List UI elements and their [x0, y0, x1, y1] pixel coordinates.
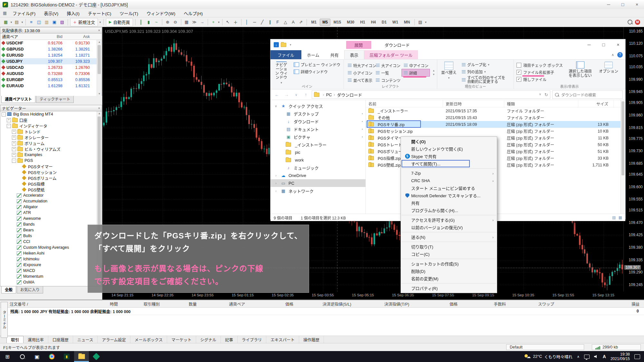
task-view-icon[interactable]: ▣: [30, 351, 44, 362]
context-menu-item[interactable]: CRC SHA›: [401, 177, 497, 184]
menu-ヘルプ(H)[interactable]: ヘルプ(H): [180, 10, 207, 16]
item-checkboxes-checkbox[interactable]: 項目チェック ボックス: [516, 62, 564, 68]
indicators-icon[interactable]: +: [210, 18, 217, 26]
explorer-close-button[interactable]: ×: [611, 40, 625, 50]
terminal-tab-ライブラリ[interactable]: ライブラリ: [238, 336, 267, 343]
layout-小アイコン[interactable]: 小アイコン: [346, 69, 374, 76]
network-icon[interactable]: [584, 355, 590, 359]
details-pane-button[interactable]: 詳細ウィンドウ: [292, 69, 342, 75]
terminal-tab-取引[interactable]: 取引: [6, 336, 24, 343]
taskbar-clock[interactable]: 19:38 2021/09/15: [611, 352, 630, 361]
crosshair-icon[interactable]: ＋: [232, 18, 239, 26]
dropdown-icon[interactable]: ▾: [21, 21, 24, 24]
context-menu-item[interactable]: アクセスを許可する(G)›: [401, 216, 497, 224]
sidebar-item-デスクトップ[interactable]: ▦デスクトップ•: [270, 110, 365, 117]
column-header-0[interactable]: 通貨ペア: [0, 33, 38, 40]
tree-expander-icon[interactable]: +: [12, 130, 16, 134]
search-icon[interactable]: [628, 20, 632, 24]
search-box[interactable]: ダウンロードの検索: [552, 90, 623, 99]
layout-並べて表示[interactable]: 並べて表示: [346, 77, 374, 84]
file-column-サイズ[interactable]: サイズ: [578, 100, 614, 107]
terminal-column-9[interactable]: 手数料: [462, 301, 510, 307]
market-watch-icon[interactable]: ≡: [28, 18, 35, 26]
tree-item[interactable]: MACD: [0, 268, 102, 274]
autosize-columns-button[interactable]: すべての列のサイズを自動的に変更する: [460, 76, 509, 84]
terminal-column-0[interactable]: 注文番号 /: [0, 301, 80, 307]
file-extensions-checkbox[interactable]: ✓ ファイル名拡張子: [516, 69, 564, 75]
tray-expand-icon[interactable]: ∧: [577, 355, 580, 359]
terminal-tab-ニュース[interactable]: ニュース: [73, 336, 98, 343]
column-header-1[interactable]: Bid: [38, 34, 65, 39]
explorer-minimize-button[interactable]: ─: [582, 40, 596, 50]
file-column-種類[interactable]: 種類: [504, 100, 578, 107]
tree-item[interactable]: +トレンド: [0, 129, 102, 135]
sidebar-item-クイック アクセス[interactable]: ∨★クイック アクセス: [270, 102, 365, 110]
context-menu-item[interactable]: プログラムから開く(H)...: [401, 207, 497, 214]
timeframe-MN[interactable]: MN: [402, 19, 413, 26]
context-menu-item[interactable]: ショートカットの作成(S): [401, 260, 497, 267]
market-watch-row[interactable]: EURGBP0.855130.85536: [0, 77, 102, 83]
terminal-tab-メールボックス[interactable]: メールボックス: [130, 336, 167, 343]
list-view-toggle-icon[interactable]: ▤: [612, 215, 616, 220]
market-watch-scrollbar[interactable]: ▲ ▼: [97, 40, 102, 96]
dropdown-icon[interactable]: ▾: [99, 21, 102, 24]
menu-ツール(T)[interactable]: ツール(T): [116, 10, 143, 16]
chevron-icon[interactable]: ∨: [274, 104, 278, 108]
tile-windows-icon[interactable]: ▦: [183, 18, 190, 26]
text-icon[interactable]: A: [290, 18, 297, 26]
timeframe-D1[interactable]: D1: [379, 19, 389, 26]
refresh-icon[interactable]: ↻: [545, 92, 548, 97]
bar-chart-icon[interactable]: ║: [137, 18, 145, 26]
context-menu-item[interactable]: 共有: [401, 199, 497, 207]
ribbon-tab-ファイル[interactable]: ファイル: [270, 50, 301, 59]
tree-item[interactable]: PGS指標: [0, 181, 102, 187]
layout-中アイコン[interactable]: 中アイコン: [402, 62, 430, 69]
dropdown-icon[interactable]: ▾: [10, 21, 13, 24]
trendline-icon[interactable]: ╱: [259, 18, 266, 26]
tree-item[interactable]: Bands: [0, 221, 102, 227]
tree-item[interactable]: Accumulation: [0, 198, 102, 204]
terminal-tab-記事[interactable]: 記事: [221, 336, 238, 343]
file-list-scrollbar[interactable]: [620, 100, 625, 214]
chrome-icon[interactable]: [44, 351, 59, 362]
context-menu-item[interactable]: 削除(D): [401, 267, 497, 275]
tab-ティックチャート[interactable]: ティックチャート: [36, 96, 74, 103]
tree-expander-icon[interactable]: -: [2, 112, 6, 116]
terminal-column-1[interactable]: 時間: [80, 301, 122, 307]
back-button[interactable]: ←: [273, 92, 281, 97]
market-watch-close-icon[interactable]: ×: [98, 28, 100, 32]
tree-expander-icon[interactable]: -: [7, 124, 11, 128]
line-chart-icon[interactable]: ~: [153, 18, 160, 26]
timeframe-M1[interactable]: M1: [309, 19, 319, 26]
qat-dropdown-icon[interactable]: ▾: [290, 43, 291, 46]
tree-item[interactable]: Bears: [0, 227, 102, 233]
timeframe-M30[interactable]: M30: [344, 19, 357, 26]
context-menu-item[interactable]: 7-Zip›: [401, 170, 497, 177]
tree-item[interactable]: CCI: [0, 239, 102, 245]
sidebar-item-ミュージック[interactable]: ♪ミュージック: [270, 164, 365, 172]
sidebar-item-OneDrive[interactable]: ›☁OneDrive: [270, 172, 365, 179]
context-menu-item[interactable]: 以前のバージョンの復元(V): [401, 224, 497, 231]
chevron-icon[interactable]: ›: [274, 181, 278, 185]
recent-locations-icon[interactable]: ∨: [292, 93, 300, 97]
menu-チャート(C)[interactable]: チャート(C): [84, 10, 116, 16]
tree-item[interactable]: Custom Moving Averages: [0, 245, 102, 250]
context-menu-item[interactable]: スタート メニューにピン留めする: [401, 184, 497, 192]
file-column-名前[interactable]: 名前: [366, 100, 443, 107]
data-window-icon[interactable]: ◫: [35, 18, 43, 26]
tab-通貨ペアリスト[interactable]: 通貨ペアリスト: [1, 96, 35, 103]
market-watch-row[interactable]: USDCHF0.917060.91730: [0, 40, 102, 46]
context-menu-item[interactable]: 名前の変更(M): [401, 275, 497, 282]
tree-item[interactable]: PGSボリューム: [0, 175, 102, 181]
sidebar-item-_インストーラー[interactable]: _インストーラー: [270, 141, 365, 148]
tab-全般[interactable]: 全般: [1, 286, 16, 293]
file-row[interactable]: PGSキリ番.zip2021/09/15 18:09圧縮 (zip 形式) フォ…: [366, 121, 625, 128]
ribbon-tab-圧縮フォルダー ツール[interactable]: 圧縮フォルダー ツール: [364, 50, 418, 59]
layout-詳細[interactable]: 詳細: [402, 69, 430, 76]
navigator-icon[interactable]: ▥: [43, 18, 50, 26]
market-watch-row[interactable]: USDCAD1.267331.26760: [0, 64, 102, 70]
tree-expander-icon[interactable]: +: [7, 118, 11, 122]
context-menu-item[interactable]: プロパティ(R): [401, 284, 497, 292]
shapes-icon[interactable]: △: [282, 18, 289, 26]
terminal-tab-シグナル[interactable]: シグナル: [196, 336, 221, 343]
